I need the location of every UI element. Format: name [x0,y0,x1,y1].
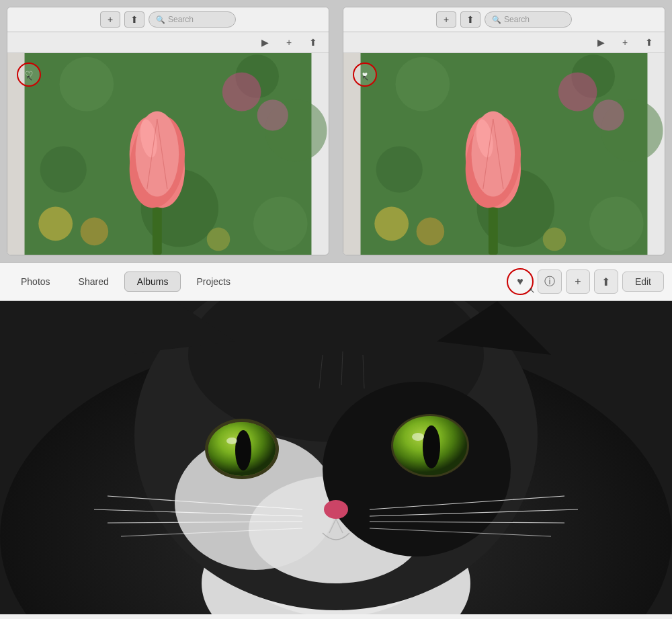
left-heart-icon: ♡ [25,69,34,80]
right-panel-search-bar[interactable]: 🔍 Search [485,11,572,28]
left-add-button[interactable]: + [280,35,298,50]
svg-point-20 [395,57,450,112]
svg-point-55 [412,433,424,441]
cat-image [0,301,672,614]
svg-point-54 [423,425,440,468]
right-photo-area: ♥ ↖ [343,53,665,255]
bottom-section: Photos Shared Albums Projects ♥ ↖ ⓘ + ⬆ … [0,262,672,619]
right-search-placeholder: Search [504,15,530,24]
right-tulip-image [343,53,665,255]
svg-point-10 [222,73,261,112]
svg-point-28 [543,228,566,251]
left-panel-share-button[interactable]: ⬆ [124,11,144,28]
svg-point-11 [257,99,288,130]
svg-point-50 [235,430,251,470]
bottom-nav-bar: Photos Shared Albums Projects ♥ ↖ ⓘ + ⬆ … [0,262,672,301]
svg-point-8 [81,218,109,246]
nav-favorite-button[interactable]: ♥ ↖ [507,268,534,295]
svg-point-56 [324,500,348,519]
cat-photo-area [0,301,672,614]
tab-albums[interactable]: Albums [124,272,181,292]
tab-photos[interactable]: Photos [8,272,63,292]
right-secondary-toolbar: ▶ + ⬆ [343,32,665,53]
tab-shared[interactable]: Shared [66,272,122,292]
right-panel: + ⬆ 🔍 Search ▶ + ⬆ ♥ ↖ [343,7,665,255]
svg-point-27 [417,218,445,246]
right-add-button[interactable]: + [616,35,634,50]
left-play-button[interactable]: ▶ [256,35,274,50]
svg-point-29 [558,73,597,112]
svg-point-23 [376,146,423,192]
left-photo-area: ♡ ↖ [7,53,329,255]
nav-actions: ♥ ↖ ⓘ + ⬆ Edit [507,268,664,295]
nav-share-button[interactable]: ⬆ [594,270,618,294]
left-panel-search-bar[interactable]: 🔍 Search [149,11,236,28]
svg-point-9 [207,228,230,251]
nav-add-button[interactable]: + [566,270,590,294]
left-search-placeholder: Search [168,15,194,24]
svg-point-6 [253,196,308,251]
svg-point-1 [59,57,114,112]
left-secondary-toolbar: ▶ + ⬆ [7,32,329,53]
left-search-icon: 🔍 [156,15,165,24]
left-panel-add-button[interactable]: + [100,11,120,28]
right-panel-share-button[interactable]: ⬆ [460,11,480,28]
nav-cursor: ↖ [529,286,535,295]
right-search-icon: 🔍 [492,15,501,24]
left-panel-toolbar: + ⬆ 🔍 Search [7,7,329,32]
svg-point-25 [589,196,644,251]
svg-point-30 [593,99,624,130]
svg-point-51 [226,438,237,444]
right-heart-icon: ♥ [362,69,368,80]
right-favorite-button[interactable]: ♥ [353,63,377,87]
tab-projects[interactable]: Projects [183,272,243,292]
right-play-button[interactable]: ▶ [592,35,610,50]
svg-point-4 [40,146,87,192]
svg-point-26 [374,206,409,241]
nav-heart-icon: ♥ [517,276,523,288]
top-section: + ⬆ 🔍 Search ▶ + ⬆ ♡ ↖ [0,0,672,262]
right-panel-toolbar: + ⬆ 🔍 Search [343,7,665,32]
svg-point-7 [38,206,73,241]
left-favorite-button[interactable]: ♡ [17,63,41,87]
right-share-button[interactable]: ⬆ [640,35,658,50]
left-panel: + ⬆ 🔍 Search ▶ + ⬆ ♡ ↖ [7,7,329,255]
left-tulip-image [7,53,329,255]
right-panel-add-button[interactable]: + [436,11,456,28]
left-share-button[interactable]: ⬆ [304,35,322,50]
nav-edit-button[interactable]: Edit [622,272,664,292]
nav-info-button[interactable]: ⓘ [538,270,562,294]
